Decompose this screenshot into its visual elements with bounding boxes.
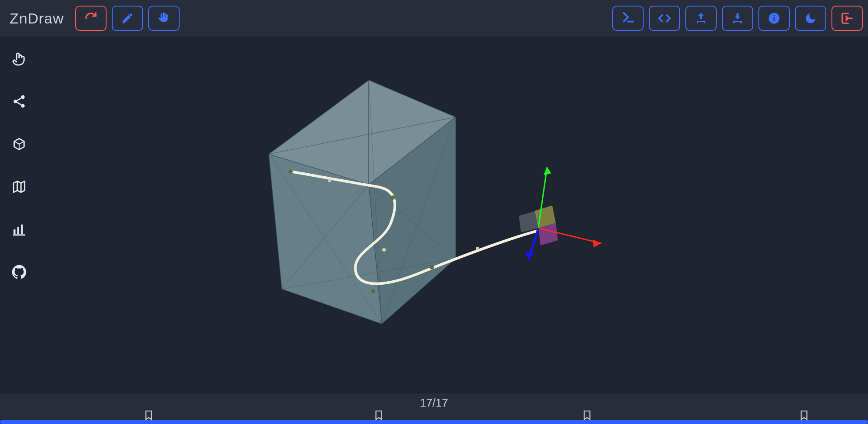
sidebar-item-nodes[interactable]	[10, 92, 28, 111]
svg-line-8	[17, 98, 21, 101]
sidebar-item-github[interactable]	[10, 263, 28, 281]
svg-point-7	[21, 104, 25, 108]
redo-icon	[84, 12, 97, 25]
body	[0, 37, 868, 394]
frame-label: 17/17	[0, 394, 868, 410]
bars-icon	[12, 222, 27, 237]
svg-rect-14	[17, 227, 19, 234]
bookmark-icon	[373, 410, 384, 421]
svg-marker-39	[519, 211, 538, 232]
terminal-icon	[621, 12, 634, 25]
sidebar-item-cube[interactable]	[10, 135, 28, 153]
console-button[interactable]	[612, 6, 644, 31]
code-button[interactable]	[649, 6, 680, 31]
info-button[interactable]	[758, 6, 790, 31]
svg-rect-13	[13, 229, 15, 234]
svg-point-35	[430, 265, 434, 269]
exit-button[interactable]	[831, 6, 863, 31]
bookmark-marker[interactable]	[373, 410, 384, 423]
github-icon	[12, 265, 27, 279]
edit-button[interactable]	[112, 6, 143, 31]
app-title: ZnDraw	[5, 10, 68, 27]
bookmark-icon	[581, 410, 593, 421]
upload-icon	[694, 12, 708, 25]
download-icon	[731, 12, 744, 25]
svg-marker-10	[13, 181, 25, 192]
scene-canvas	[38, 37, 868, 394]
transform-gizmo[interactable]	[519, 167, 601, 259]
svg-rect-2	[774, 17, 775, 21]
svg-point-31	[328, 178, 331, 182]
svg-marker-41	[544, 167, 551, 175]
upload-button[interactable]	[685, 6, 717, 31]
pencil-icon	[121, 12, 134, 25]
pointer-icon	[12, 51, 27, 66]
moon-icon	[804, 12, 817, 25]
svg-marker-45	[524, 252, 534, 259]
svg-point-34	[371, 289, 375, 293]
toolbar-left	[75, 6, 180, 31]
download-button[interactable]	[722, 6, 753, 31]
bookmark-marker[interactable]	[581, 410, 593, 423]
bookmark-marker[interactable]	[798, 410, 810, 423]
bookmark-marker[interactable]	[143, 410, 154, 423]
svg-marker-43	[593, 239, 601, 247]
nodes-icon	[12, 94, 27, 109]
theme-button[interactable]	[795, 6, 826, 31]
svg-point-6	[13, 100, 17, 104]
sidebar-item-map[interactable]	[10, 178, 28, 196]
sidebar	[0, 37, 38, 394]
topbar: ZnDraw	[0, 0, 868, 37]
map-icon	[12, 179, 27, 194]
sidebar-item-pointer[interactable]	[10, 50, 28, 68]
toolbar-right	[612, 6, 863, 31]
footer: 17/17	[0, 394, 868, 424]
sidebar-item-chart[interactable]	[10, 220, 28, 239]
bookmark-icon	[143, 410, 154, 421]
hand-grab-icon	[157, 12, 170, 25]
pan-button[interactable]	[148, 6, 180, 31]
exit-icon	[841, 12, 854, 25]
timeline-progress[interactable]	[0, 420, 868, 424]
cube-object	[269, 80, 456, 324]
svg-point-36	[476, 247, 479, 250]
svg-point-33	[382, 248, 386, 252]
svg-line-9	[17, 102, 21, 105]
bookmark-track[interactable]	[0, 410, 868, 419]
svg-point-5	[21, 95, 25, 99]
viewport[interactable]	[38, 37, 868, 394]
svg-rect-15	[21, 225, 23, 235]
svg-rect-3	[774, 15, 775, 17]
svg-point-32	[391, 195, 395, 200]
svg-point-30	[288, 169, 293, 174]
code-icon	[658, 12, 671, 25]
bookmark-icon	[798, 410, 810, 421]
reset-button[interactable]	[75, 6, 107, 31]
info-icon	[768, 12, 781, 25]
cube-icon	[12, 137, 27, 151]
